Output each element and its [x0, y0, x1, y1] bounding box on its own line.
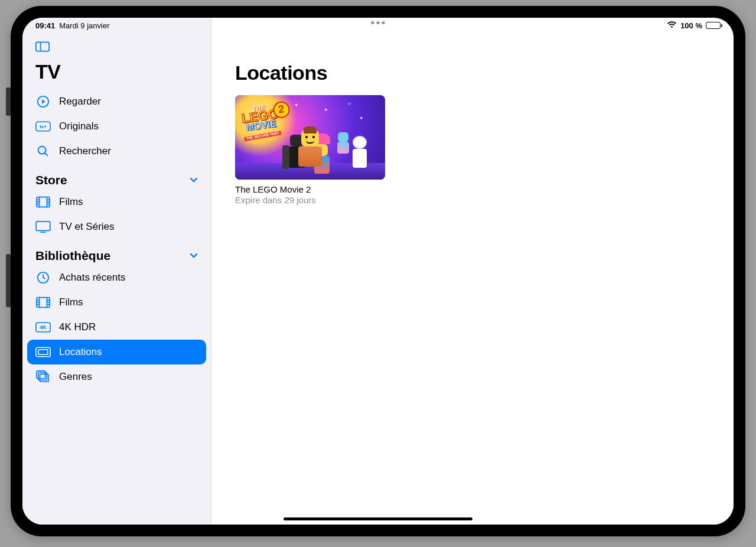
section-header-label: Store — [35, 173, 67, 187]
film-icon — [35, 296, 51, 309]
sidebar-item-label: Originals — [59, 121, 99, 132]
film-icon — [35, 196, 51, 209]
svg-rect-16 — [36, 222, 50, 230]
sidebar-item-label: Rechercher — [59, 145, 111, 157]
page-title: Locations — [235, 61, 710, 84]
chevron-down-icon — [190, 251, 198, 261]
rental-subtitle: Expire dans 29 jours — [235, 195, 385, 205]
chevron-down-icon — [190, 175, 198, 185]
section-header-label: Bibliothèque — [35, 249, 110, 263]
sidebar-item-label: Genres — [59, 371, 92, 383]
play-circle-icon — [35, 95, 51, 108]
app-title: TV — [27, 57, 206, 89]
sidebar-item-films-lib[interactable]: Films — [27, 290, 206, 315]
4k-icon: 4K — [35, 321, 51, 334]
tv-screen-icon — [35, 220, 51, 233]
rental-thumbnail: ✦ ✦ ✧ ✦ ✧ THE LEGO MOVIE 2 THE SECOND PA… — [235, 95, 385, 180]
home-indicator[interactable] — [284, 517, 472, 520]
sidebar-item-locations[interactable]: Locations — [27, 340, 206, 364]
svg-rect-31 — [38, 350, 48, 355]
svg-text:4K: 4K — [40, 324, 47, 330]
rental-title: The LEGO Movie 2 — [235, 184, 385, 194]
rental-tile[interactable]: ✦ ✦ ✧ ✦ ✧ THE LEGO MOVIE 2 THE SECOND PA… — [235, 95, 385, 205]
search-icon — [35, 145, 51, 158]
sidebar-item-label: Films — [59, 196, 83, 208]
sidebar-item-regarder[interactable]: Regarder — [27, 89, 206, 114]
sidebar-item-label: Locations — [59, 346, 102, 358]
atv-plus-icon: tv+ — [35, 120, 51, 133]
sidebar-item-films-store[interactable]: Films — [27, 190, 206, 214]
sidebar-item-rechercher[interactable]: Rechercher — [27, 139, 206, 164]
sidebar-item-achats-recents[interactable]: Achats récents — [27, 265, 206, 290]
ticket-icon — [35, 346, 51, 359]
ipad-screen: 09:41 Mardi 9 janvier 100 % — [22, 18, 734, 525]
ipad-side-button — [6, 87, 11, 116]
sidebar-item-label: TV et Séries — [59, 221, 115, 233]
sidebar-item-genres[interactable]: Genres — [27, 364, 206, 389]
multitask-dots-icon[interactable] — [372, 21, 385, 24]
section-header-store[interactable]: Store — [27, 164, 206, 190]
sidebar-toggle-icon[interactable] — [27, 39, 206, 57]
stack-icon — [35, 370, 51, 383]
ipad-frame: 09:41 Mardi 9 janvier 100 % — [11, 6, 745, 536]
svg-text:tv+: tv+ — [40, 124, 47, 129]
sidebar: TV Regarder tv+ Originals — [22, 18, 211, 525]
svg-line-6 — [45, 153, 48, 156]
sidebar-item-label: Regarder — [59, 96, 101, 108]
ipad-side-button — [6, 254, 11, 307]
sidebar-item-label: Films — [59, 297, 83, 308]
sidebar-item-4k-hdr[interactable]: 4K 4K HDR — [27, 315, 206, 340]
sidebar-item-label: Achats récents — [59, 272, 125, 284]
svg-rect-0 — [36, 42, 49, 51]
clock-icon — [35, 271, 51, 284]
sidebar-item-label: 4K HDR — [59, 321, 96, 333]
sidebar-item-tv-series[interactable]: TV et Séries — [27, 214, 206, 239]
sidebar-item-originals[interactable]: tv+ Originals — [27, 114, 206, 139]
section-header-library[interactable]: Bibliothèque — [27, 239, 206, 265]
content-area: Locations ✦ ✦ ✧ ✦ ✧ THE LEGO MOVIE — [211, 18, 734, 525]
